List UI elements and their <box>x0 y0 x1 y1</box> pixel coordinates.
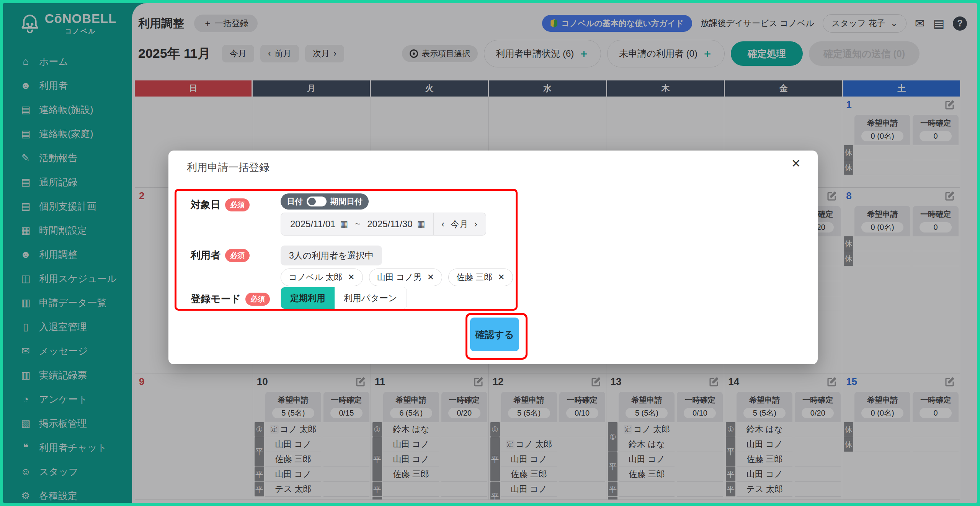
selected-users-button[interactable]: 3人の利用者を選択中 <box>281 246 382 265</box>
required-badge: 必須 <box>245 293 270 306</box>
remove-icon[interactable]: ✕ <box>427 272 434 282</box>
user-chip: 山田 コノ男 ✕ <box>369 269 443 286</box>
required-badge: 必須 <box>225 249 250 262</box>
mode-row-label: 登録モード 必須 <box>191 292 270 306</box>
mode-option-regular[interactable]: 定期利用 <box>281 287 335 309</box>
required-badge: 必須 <box>225 198 250 211</box>
date-range-group: 2025/11/01 ▦ ~ 2025/11/30 ▦ ‹ 今月 › <box>281 213 486 236</box>
divider <box>433 213 434 235</box>
calendar-icon: ▦ <box>340 219 348 229</box>
modal-divider <box>168 186 818 186</box>
toggle-knob <box>308 198 316 205</box>
range-this-month-button[interactable]: 今月 <box>451 218 468 230</box>
close-icon[interactable]: ✕ <box>791 157 801 170</box>
bulk-register-modal: 利用申請一括登録 ✕ 対象日 必須 日付 期間日付 2025/11/01 ▦ ~… <box>168 151 818 364</box>
toggle-track[interactable] <box>307 197 327 206</box>
date-mode-toggle[interactable]: 日付 期間日付 <box>281 193 369 210</box>
mode-option-pattern[interactable]: 利用パターン <box>335 287 407 309</box>
calendar-icon: ▦ <box>417 219 425 229</box>
mode-segmented-control: 定期利用 利用パターン <box>281 287 407 309</box>
app-frame: CõNOBELL コノベル ⌂ ホーム ☻ 利用者 ▤ 連絡帳(施設) ▤ 連絡… <box>3 3 977 503</box>
range-tilde: ~ <box>355 219 360 229</box>
date-to-input[interactable]: 2025/11/30 ▦ <box>360 219 432 229</box>
users-row-label: 利用者 必須 <box>191 249 250 262</box>
range-next-month-icon[interactable]: › <box>474 219 477 229</box>
confirm-button[interactable]: 確認する <box>470 318 519 351</box>
date-from-input[interactable]: 2025/11/01 ▦ <box>283 219 355 229</box>
target-date-row-label: 対象日 必須 <box>191 198 250 211</box>
range-prev-month-icon[interactable]: ‹ <box>441 219 444 229</box>
user-chips: コノベル 太郎 ✕ 山田 コノ男 ✕ 佐藤 三郎 ✕ <box>281 269 513 286</box>
user-chip: コノベル 太郎 ✕ <box>281 269 363 286</box>
remove-icon[interactable]: ✕ <box>348 272 354 282</box>
modal-title: 利用申請一括登録 <box>187 160 270 174</box>
remove-icon[interactable]: ✕ <box>498 272 505 282</box>
user-chip: 佐藤 三郎 ✕ <box>448 269 513 286</box>
